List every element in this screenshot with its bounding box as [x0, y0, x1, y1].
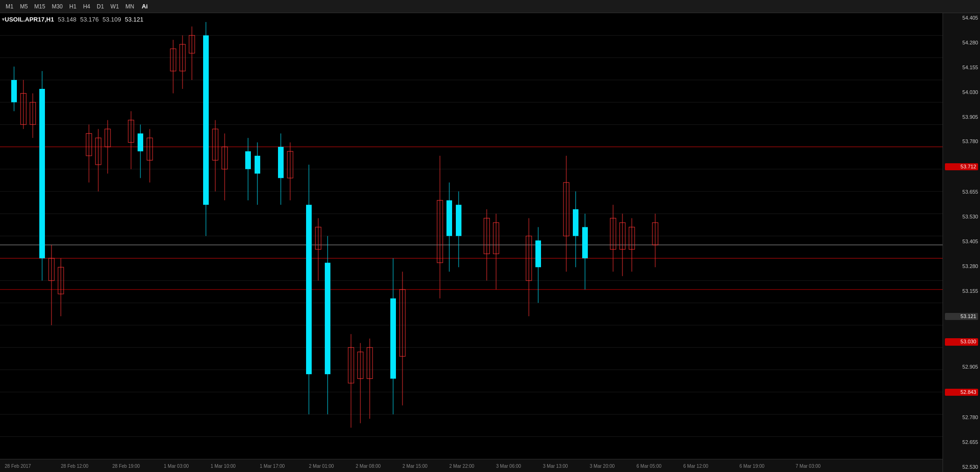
price-axis: 54.405 54.280 54.155 54.030 53.905 53.78… — [943, 13, 980, 472]
svg-rect-77 — [390, 298, 396, 379]
price-53530: 53.530 — [945, 214, 978, 220]
time-3mar-13: 3 Mar 13:00 — [543, 464, 568, 469]
time-3mar-20: 3 Mar 20:00 — [590, 464, 615, 469]
time-axis: 28 Feb 2017 28 Feb 12:00 28 Feb 19:00 1 … — [0, 459, 943, 472]
svg-rect-27 — [39, 89, 45, 258]
price-53712: 53.712 — [945, 163, 978, 170]
chart-symbol: USOIL.APR17,H1 — [5, 16, 54, 23]
tf-m1[interactable]: M1 — [3, 2, 16, 11]
candle-16 — [203, 22, 209, 236]
chart-header: USOIL.APR17,H1 53.148 53.176 53.109 53.1… — [5, 16, 144, 23]
chart-close: 53.121 — [125, 16, 144, 23]
svg-rect-99 — [582, 227, 588, 258]
price-54030: 54.030 — [945, 89, 978, 95]
price-53280: 53.280 — [945, 263, 978, 269]
price-54280: 54.280 — [945, 40, 978, 46]
tf-h4[interactable]: H4 — [80, 2, 93, 11]
time-28feb-19: 28 Feb 19:00 — [112, 464, 140, 469]
time-6mar-12: 6 Mar 12:00 — [683, 464, 709, 469]
svg-rect-85 — [456, 205, 461, 236]
candle-4 — [39, 71, 45, 281]
price-52530: 52.530 — [945, 464, 978, 470]
time-2mar-22: 2 Mar 22:00 — [449, 464, 475, 469]
tf-m5[interactable]: M5 — [17, 2, 31, 11]
tf-m30[interactable]: M30 — [49, 2, 66, 11]
svg-rect-93 — [535, 240, 541, 267]
chart-open: 53.148 — [58, 16, 76, 23]
time-1mar-17: 1 Mar 17:00 — [260, 464, 285, 469]
price-53030: 53.030 — [945, 338, 978, 345]
ai-label: Ai — [142, 3, 148, 10]
svg-rect-65 — [306, 205, 312, 374]
time-2mar-15: 2 Mar 15:00 — [402, 464, 428, 469]
toolbar: M1 M5 M15 M30 H1 H4 D1 W1 MN Ai — [0, 0, 980, 13]
price-53655: 53.655 — [945, 189, 978, 195]
price-52655: 52.655 — [945, 439, 978, 445]
time-28feb: 28 Feb 2017 — [5, 464, 31, 469]
price-53405: 53.405 — [945, 239, 978, 245]
svg-rect-51 — [203, 36, 209, 205]
chart-low: 53.109 — [102, 16, 121, 23]
price-54155: 54.155 — [945, 65, 978, 71]
svg-rect-41 — [138, 133, 143, 151]
time-6mar-05: 6 Mar 05:00 — [636, 464, 662, 469]
price-52843: 52.843 — [945, 389, 978, 396]
tf-h1[interactable]: H1 — [66, 2, 79, 11]
price-current: 53.121 — [945, 313, 978, 320]
price-54405: 54.405 — [945, 15, 978, 21]
svg-rect-59 — [255, 156, 260, 174]
svg-rect-21 — [11, 80, 17, 102]
time-2mar-01: 2 Mar 01:00 — [309, 464, 334, 469]
tf-m15[interactable]: M15 — [31, 2, 48, 11]
tf-mn[interactable]: MN — [123, 2, 137, 11]
time-2mar-08: 2 Mar 08:00 — [356, 464, 381, 469]
time-28feb-12: 28 Feb 12:00 — [61, 464, 88, 469]
candlestick-chart[interactable] — [0, 13, 943, 459]
time-6mar-19: 6 Mar 19:00 — [739, 464, 765, 469]
svg-rect-83 — [446, 200, 452, 236]
time-7mar-03: 7 Mar 03:00 — [796, 464, 821, 469]
tf-w1[interactable]: W1 — [108, 2, 122, 11]
price-53780: 53.780 — [945, 138, 978, 145]
price-53155: 53.155 — [945, 288, 978, 294]
chart-container[interactable]: ▼ USOIL.APR17,H1 53.148 53.176 53.109 53… — [0, 13, 980, 472]
price-52780: 52.780 — [945, 414, 978, 421]
price-52905: 52.905 — [945, 364, 978, 370]
svg-rect-57 — [245, 151, 251, 169]
tf-d1[interactable]: D1 — [94, 2, 107, 11]
svg-rect-61 — [278, 147, 284, 178]
time-1mar-03: 1 Mar 03:00 — [164, 464, 189, 469]
price-53905: 53.905 — [945, 114, 978, 120]
svg-rect-97 — [573, 209, 578, 236]
time-1mar-10: 1 Mar 10:00 — [211, 464, 236, 469]
chart-dropdown-arrow[interactable]: ▼ — [1, 17, 6, 22]
time-3mar-06: 3 Mar 06:00 — [496, 464, 521, 469]
svg-rect-69 — [325, 263, 330, 374]
chart-high: 53.176 — [80, 16, 99, 23]
